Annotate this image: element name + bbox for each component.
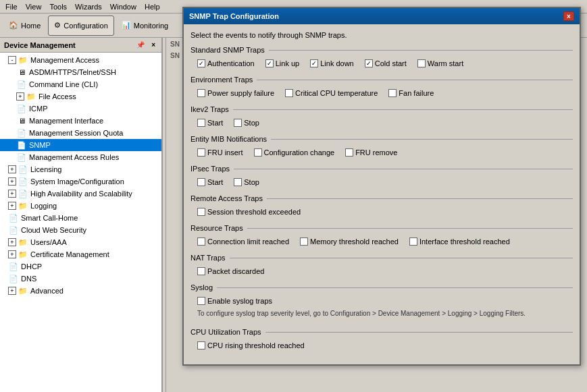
tree-item-system-image[interactable]: + 📄 System Image/Configuration <box>0 175 161 188</box>
checkbox-ipsec-stop[interactable]: Stop <box>234 178 259 186</box>
section-header-nat: NAT Traps <box>190 254 573 262</box>
tree-item-users-aaa[interactable]: + 📁 Users/AAA <box>0 236 161 248</box>
expander-system-image[interactable]: + <box>8 177 16 186</box>
tree-label-cloud-web-security: Cloud Web Security <box>21 226 86 234</box>
checkbox-fan-failure-box <box>388 89 397 97</box>
checkbox-fan-failure[interactable]: Fan failure <box>388 89 434 97</box>
checkbox-ikev2-stop[interactable]: Stop <box>234 119 259 127</box>
section-header-entity-mib: Entity MIB Notifications <box>190 135 573 143</box>
home-button[interactable]: 🏠 Home <box>3 16 47 36</box>
section-standard: Standard SNMP Traps Authentication Link … <box>190 46 573 70</box>
checkbox-packet-discarded[interactable]: Packet discarded <box>197 267 264 275</box>
checkbox-link-down[interactable]: Link down <box>310 59 354 67</box>
tree-item-mgmt-rules[interactable]: 📄 Management Access Rules <box>0 151 161 163</box>
checkbox-session-threshold[interactable]: Session threshold exceeded <box>197 208 301 216</box>
tree-item-mgmt-interface[interactable]: 🖥 Management Interface <box>0 115 161 127</box>
system-icon: 📄 <box>18 176 28 187</box>
checkbox-interface-threshold[interactable]: Interface threshold reached <box>409 237 510 246</box>
device-tree: - 📁 Management Access 🖥 ASDM/HTTPS/Telne… <box>0 53 161 392</box>
menu-help[interactable]: Help <box>141 1 164 12</box>
checkbox-critical-cpu-temp-label: Critical CPU temperature <box>295 89 378 97</box>
tree-item-licensing[interactable]: + 📄 Licensing <box>0 163 161 175</box>
licensing-icon: 📄 <box>18 164 28 175</box>
logging-icon: 📁 <box>18 200 28 211</box>
tree-item-cloud-web-security[interactable]: 📄 Cloud Web Security <box>0 224 161 236</box>
tree-item-command-line[interactable]: 📄 Command Line (CLI) <box>0 78 161 90</box>
tree-label-cert-mgmt: Certificate Management <box>30 250 109 258</box>
checkbox-critical-cpu-temp[interactable]: Critical CPU temperature <box>285 89 378 97</box>
menu-wizards[interactable]: Wizards <box>71 1 106 12</box>
menu-tools[interactable]: Tools <box>45 1 71 12</box>
menu-file[interactable]: File <box>1 1 22 12</box>
tree-item-dns[interactable]: 📄 DNS <box>0 273 161 285</box>
checkbox-config-change[interactable]: Configuration change <box>254 148 335 157</box>
tree-item-snmp[interactable]: 📄 SNMP <box>0 139 161 151</box>
expander-advanced[interactable]: + <box>8 287 16 295</box>
checkbox-memory-threshold[interactable]: Memory threshold reached <box>300 237 399 246</box>
tree-item-management-access[interactable]: - 📁 Management Access <box>0 54 161 66</box>
tree-label-management-access: Management Access <box>30 56 99 64</box>
tree-item-advanced[interactable]: + 📁 Advanced <box>0 285 161 297</box>
checkbox-fru-insert-box <box>197 148 205 157</box>
checkbox-ipsec-start-label: Start <box>207 178 223 186</box>
tree-item-high-avail[interactable]: + 📄 High Availability and Scalability <box>0 188 161 200</box>
section-nat: NAT Traps Packet discarded <box>190 254 573 278</box>
expander-file-access[interactable]: + <box>16 92 24 101</box>
section-header-cpu-utilization: CPU Utilization Traps <box>190 328 573 336</box>
checkbox-enable-syslog[interactable]: Enable syslog traps <box>197 297 272 305</box>
tree-item-file-access[interactable]: + 📁 File Access <box>0 90 161 103</box>
close-panel-icon[interactable]: × <box>149 40 157 49</box>
checkbox-ipsec-start[interactable]: Start <box>197 178 223 186</box>
config-icon: ⚙ <box>54 21 61 30</box>
checkbox-warm-start-box <box>417 59 426 67</box>
tree-item-icmp[interactable]: 📄 ICMP <box>0 103 161 115</box>
checkbox-power-supply[interactable]: Power supply failure <box>197 89 274 97</box>
checkbox-warm-start[interactable]: Warm start <box>417 59 463 67</box>
checkbox-authentication[interactable]: Authentication <box>197 59 255 67</box>
expander-licensing[interactable]: + <box>8 165 16 173</box>
pin-icon[interactable]: 📌 <box>134 40 147 49</box>
tree-item-smart-call-home[interactable]: 📄 Smart Call-Home <box>0 212 161 224</box>
tree-label-high-avail: High Availability and Scalability <box>30 190 132 198</box>
tree-label-advanced: Advanced <box>30 287 63 295</box>
snmp-dialog: SNMP Trap Configuration × Select the eve… <box>182 7 581 366</box>
menu-window[interactable]: Window <box>106 1 141 12</box>
configuration-button[interactable]: ⚙ Configuration <box>48 16 113 36</box>
checkbox-link-down-box <box>310 59 318 67</box>
checkbox-cpu-rising[interactable]: CPU rising threshold reached <box>197 341 305 349</box>
checkbox-power-supply-label: Power supply failure <box>207 89 274 97</box>
section-content-remote-access: Session threshold exceeded <box>190 205 573 219</box>
tree-label-asdm-https: ASDM/HTTPS/Telnet/SSH <box>29 68 116 76</box>
checkbox-cold-start[interactable]: Cold start <box>365 59 407 67</box>
monitoring-button[interactable]: 📊 Monitoring <box>116 16 174 36</box>
tree-item-logging[interactable]: + 📁 Logging <box>0 200 161 212</box>
checkbox-ikev2-start[interactable]: Start <box>197 119 223 127</box>
checkbox-connection-limit[interactable]: Connection limit reached <box>197 237 289 246</box>
expander-management-access[interactable]: - <box>8 56 16 64</box>
checkbox-cold-start-label: Cold start <box>375 59 407 67</box>
checkbox-interface-threshold-box <box>409 237 417 246</box>
section-cpu-utilization: CPU Utilization Traps CPU rising thresho… <box>190 328 573 352</box>
tree-item-dhcp[interactable]: 📄 DHCP <box>0 260 161 273</box>
checkbox-link-up[interactable]: Link up <box>265 59 299 67</box>
menu-view[interactable]: View <box>22 1 46 12</box>
dialog-title: SNMP Trap Configuration <box>189 12 279 20</box>
tree-item-mgmt-session[interactable]: 📄 Management Session Quota <box>0 127 161 139</box>
expander-logging[interactable]: + <box>8 202 16 210</box>
tree-item-asdm-https[interactable]: 🖥 ASDM/HTTPS/Telnet/SSH <box>0 66 161 78</box>
tree-item-cert-mgmt[interactable]: + 📁 Certificate Management <box>0 248 161 260</box>
computer-icon: 🖥 <box>16 67 27 78</box>
tree-label-file-access: File Access <box>39 92 76 101</box>
tree-label-mgmt-interface: Management Interface <box>29 117 103 125</box>
dialog-close-button[interactable]: × <box>563 11 574 21</box>
checkbox-fru-insert[interactable]: FRU insert <box>197 148 243 157</box>
checkbox-fru-remove[interactable]: FRU remove <box>345 148 397 157</box>
expander-high-avail[interactable]: + <box>8 190 16 198</box>
expander-cert-mgmt[interactable]: + <box>8 250 16 258</box>
section-header-ipsec: IPsec Traps <box>190 165 573 173</box>
checkbox-memory-threshold-label: Memory threshold reached <box>310 237 399 246</box>
dialog-body: Select the events to notify through SNMP… <box>184 24 580 364</box>
expander-users-aaa[interactable]: + <box>8 238 16 246</box>
checkbox-critical-cpu-temp-box <box>285 89 293 97</box>
cert-icon: 📁 <box>18 249 28 260</box>
